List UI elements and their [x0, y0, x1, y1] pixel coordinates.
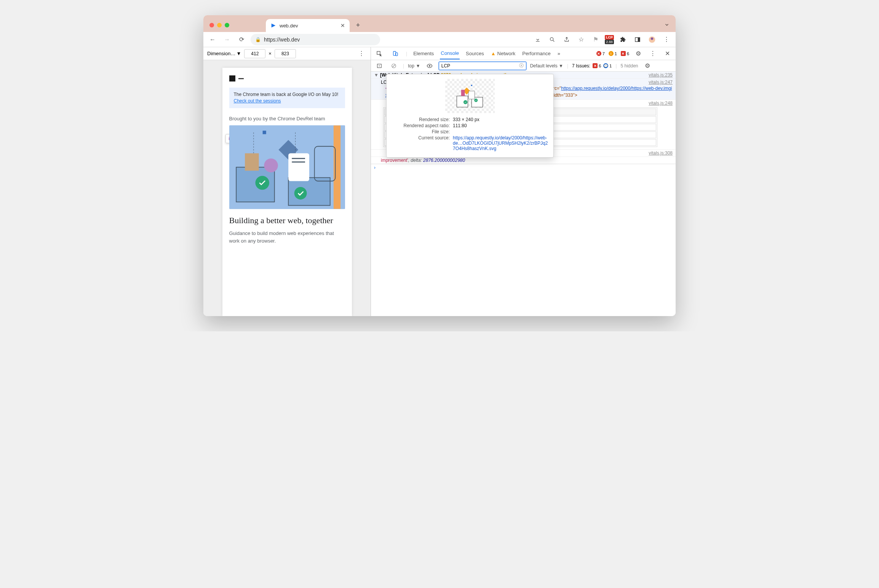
lcp-extension-badge[interactable]: LCP 2.88 [605, 35, 614, 44]
viewport-height-input[interactable] [275, 49, 296, 58]
zoom-window-icon[interactable] [225, 23, 229, 27]
device-menu-icon[interactable]: ⋮ [356, 48, 367, 59]
bookmark-icon[interactable]: ☆ [576, 34, 587, 45]
devtools-tabbar: | Elements Console Sources ▲Network Perf… [371, 47, 676, 60]
tabs-overflow-icon[interactable] [664, 22, 670, 27]
flag-extension-icon[interactable]: ⚑ [590, 34, 601, 45]
site-header [229, 75, 345, 81]
console-settings-icon[interactable]: ⚙ [642, 61, 653, 71]
forward-button[interactable]: → [222, 34, 232, 45]
svg-rect-2 [638, 37, 640, 42]
console-prompt[interactable]: › [371, 164, 676, 171]
tab-title: web.dev [280, 23, 298, 29]
svg-point-4 [651, 37, 654, 40]
announcement-banner: The Chrome team is back at Google I/O on… [229, 88, 345, 108]
hero-subhead: Brought to you by the Chrome DevRel team [229, 116, 345, 121]
hero-image[interactable] [229, 125, 345, 209]
new-tab-button[interactable]: + [353, 20, 363, 30]
popover-source-link[interactable]: https://app.requestly.io/delay/2000/http… [453, 135, 548, 151]
svg-point-16 [294, 187, 307, 200]
svg-rect-12 [288, 153, 309, 181]
svg-rect-20 [262, 131, 266, 134]
issues-summary[interactable]: 7 Issues: ✕6 💬1 [572, 63, 612, 69]
source-link[interactable]: vitals.js:247 [649, 80, 673, 85]
svg-rect-6 [333, 125, 340, 209]
browser-tab[interactable]: web.dev ✕ [266, 19, 350, 32]
source-link[interactable]: vitals.js:235 [649, 72, 673, 78]
sidepanel-icon[interactable] [632, 34, 643, 45]
site-nav-icon[interactable] [238, 78, 244, 79]
close-devtools-button[interactable]: ✕ [662, 48, 673, 59]
share-icon[interactable] [561, 34, 572, 45]
zoom-icon[interactable] [547, 34, 558, 45]
svg-rect-32 [461, 90, 465, 96]
console-sidebar-toggle-icon[interactable] [374, 61, 385, 71]
clear-filter-icon[interactable]: ⓧ [519, 62, 524, 69]
source-link[interactable]: vitals.js:308 [649, 150, 673, 156]
blocked-count-badge[interactable]: ✕6 [621, 51, 629, 56]
tab-strip: web.dev ✕ + [203, 15, 676, 32]
inspect-element-icon[interactable] [374, 48, 385, 59]
source-link[interactable]: vitals.js:248 [649, 101, 673, 106]
tab-sources[interactable]: Sources [465, 48, 485, 59]
hidden-count[interactable]: 5 hidden [621, 63, 638, 69]
device-preset-select[interactable]: Dimension…▼ [207, 51, 241, 56]
live-expression-icon[interactable] [424, 61, 435, 71]
svg-point-33 [463, 100, 467, 104]
lock-icon: 🔒 [255, 37, 261, 42]
expand-caret-icon[interactable]: ▼ [374, 72, 379, 78]
extensions-icon[interactable] [618, 34, 628, 45]
warning-count-badge[interactable]: !1 [609, 51, 617, 56]
toolbar-actions: ☆ ⚑ LCP 2.88 ⋮ [532, 34, 672, 45]
tab-performance[interactable]: Performance [521, 48, 551, 59]
url-text: https://web.dev [264, 37, 300, 43]
svg-rect-31 [468, 91, 475, 99]
svg-point-0 [550, 37, 553, 40]
svg-line-26 [393, 64, 395, 67]
hero-paragraph: Guidance to build modern web experiences… [229, 230, 345, 244]
minimize-window-icon[interactable] [217, 23, 222, 27]
devtools-menu-icon[interactable]: ⋮ [647, 48, 658, 59]
page-preview: The Chrome team is back at Google I/O on… [222, 68, 352, 316]
svg-point-10 [264, 158, 278, 173]
svg-point-27 [429, 65, 430, 67]
hero-heading: Building a better web, together [229, 215, 345, 226]
site-favicon-icon [270, 22, 276, 29]
address-bar[interactable]: 🔒 https://web.dev [251, 34, 380, 45]
tab-network[interactable]: ▲Network [490, 48, 516, 59]
back-button[interactable]: ← [207, 34, 218, 45]
log-delta-line: improvement', delta: 2876.200000002980 [371, 157, 676, 164]
tabs-overflow[interactable]: » [557, 48, 561, 59]
dimension-separator: × [268, 51, 272, 56]
tab-console[interactable]: Console [440, 48, 460, 59]
site-logo-icon[interactable] [229, 75, 235, 81]
browser-toolbar: ← → ⟳ 🔒 https://web.dev ☆ ⚑ LCP 2.88 ⋮ [203, 32, 676, 47]
tab-close-button[interactable]: ✕ [340, 22, 345, 29]
browser-window: web.dev ✕ + ← → ⟳ 🔒 https://web.dev ☆ ⚑ … [203, 15, 676, 316]
error-count-badge[interactable]: ✕7 [596, 51, 605, 56]
console-output: ▼ [Web Vitals Extension] LCP 2876 ms (ne… [371, 72, 676, 316]
reload-button[interactable]: ⟳ [236, 34, 247, 45]
profile-avatar[interactable] [647, 34, 657, 45]
settings-icon[interactable]: ⚙ [633, 48, 644, 59]
tab-elements[interactable]: Elements [412, 48, 435, 59]
close-window-icon[interactable] [209, 23, 214, 27]
execution-context-select[interactable]: top ▼ [408, 63, 420, 69]
devtools-panel: | Elements Console Sources ▲Network Perf… [371, 47, 676, 316]
device-viewport-panel: Dimension…▼ × ⋮ The Chrome team is back … [203, 47, 371, 316]
device-toggle-icon[interactable] [390, 48, 401, 59]
banner-link[interactable]: Check out the sessions [234, 98, 281, 104]
svg-rect-35 [471, 85, 472, 86]
log-level-select[interactable]: Default levels ▼ [530, 63, 563, 69]
viewport-width-input[interactable] [244, 49, 265, 58]
console-filter-input[interactable]: LCP ⓧ [439, 62, 526, 70]
console-filter-bar: | top ▼ LCP ⓧ Default levels ▼ | 7 Issue… [371, 60, 676, 72]
svg-rect-9 [245, 153, 259, 171]
popover-thumbnail [445, 79, 495, 113]
device-dimension-bar: Dimension…▼ × ⋮ [203, 47, 371, 60]
clear-console-icon[interactable] [388, 61, 399, 71]
window-controls [207, 23, 232, 32]
image-hover-popover: Rendered size:333 × 240 px Rendered aspe… [386, 74, 554, 158]
chrome-menu-icon[interactable]: ⋮ [661, 34, 672, 45]
install-icon[interactable] [532, 34, 543, 45]
